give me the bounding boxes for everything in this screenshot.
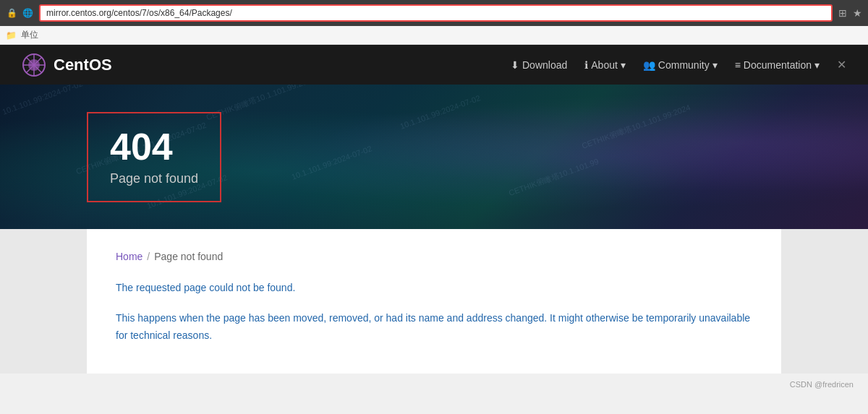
browser-chrome: 🔒 🌐 mirror.centos.org/centos/7/os/x86_64… xyxy=(0,0,868,26)
nav-download[interactable]: ⬇ Download xyxy=(511,59,567,71)
lock-icon: 🔒 xyxy=(6,7,17,19)
page-footer: CSDN @fredricen xyxy=(0,374,868,395)
bookmark-bar: 📁 单位 xyxy=(0,26,868,45)
docs-icon: ≡ xyxy=(735,59,741,71)
centos-navbar: CentOS ⬇ Download ℹ About ▾ 👥 Community … xyxy=(0,45,868,85)
about-chevron-icon: ▾ xyxy=(621,59,626,71)
watermark-3: 10.1.101.99:2024-07-02 xyxy=(399,92,482,133)
centos-logo[interactable]: CentOS xyxy=(22,53,112,77)
nav-community-label: Community xyxy=(658,59,710,71)
content-paragraph-1: The requested page could not be found. xyxy=(116,280,752,296)
nav-close-icon: ✕ xyxy=(837,58,846,72)
nav-documentation[interactable]: ≡ Documentation ▾ xyxy=(735,59,820,71)
breadcrumb-home-link[interactable]: Home xyxy=(116,251,142,262)
bookmark-folder-icon: 📁 xyxy=(6,30,17,40)
centos-nav-items: ⬇ Download ℹ About ▾ 👥 Community ▾ ≡ Doc… xyxy=(511,58,846,72)
watermark-7: CETHIK俯瞰塔10.1.101.99 xyxy=(507,155,601,199)
browser-action-icons: ⊞ ★ xyxy=(838,7,862,19)
watermark-4: CETHIK俯瞰塔10.1.101.99:2024 xyxy=(580,101,692,152)
docs-chevron-icon: ▾ xyxy=(814,59,820,71)
nav-about-label: About xyxy=(591,59,618,71)
watermark-2: CETHIK俯瞰塔10.1.101.99:2024-07-02 xyxy=(205,85,339,124)
browser-nav-icons: 🔒 🌐 xyxy=(6,7,33,19)
footer-attribution: CSDN @fredricen xyxy=(790,380,854,389)
content-section: CETHIK俯瞰塔10.1.101.99:2024-07-02 10.1.101… xyxy=(87,229,781,374)
error-code: 404 xyxy=(110,128,198,165)
breadcrumb: Home / Page not found xyxy=(116,251,752,262)
hero-section: 10.1.101.99:2024-07-02 CETHIK俯瞰塔10.1.101… xyxy=(0,85,868,229)
bookmark-label[interactable]: 单位 xyxy=(21,29,38,41)
nav-download-label: Download xyxy=(522,59,567,71)
grid-icon[interactable]: ⊞ xyxy=(838,7,847,19)
nav-community[interactable]: 👥 Community ▾ xyxy=(643,59,718,71)
error-label: Page not found xyxy=(110,171,198,186)
breadcrumb-current: Page not found xyxy=(154,251,223,262)
nav-about[interactable]: ℹ About ▾ xyxy=(584,59,626,71)
breadcrumb-separator: / xyxy=(147,251,150,262)
address-text: mirror.centos.org/centos/7/os/x86_64/Pac… xyxy=(46,8,825,18)
star-icon[interactable]: ★ xyxy=(853,7,862,19)
watermark-1: 10.1.101.99:2024-07-02 xyxy=(1,85,85,118)
content-paragraph-2: This happens when the page has been move… xyxy=(116,310,752,345)
centos-logo-icon xyxy=(22,53,46,77)
community-icon: 👥 xyxy=(643,59,655,71)
community-chevron-icon: ▾ xyxy=(712,59,718,71)
info-icon: ℹ xyxy=(584,59,588,71)
error-box: 404 Page not found xyxy=(87,112,221,202)
centos-logo-text: CentOS xyxy=(54,56,112,74)
favicon: 🌐 xyxy=(22,7,33,19)
watermark-6: 10.1.101.99:2024-07-02 xyxy=(290,142,374,184)
nav-close[interactable]: ✕ xyxy=(837,58,846,72)
content-text-2-main: This happens when the page has been move… xyxy=(116,312,750,341)
nav-docs-label: Documentation xyxy=(744,59,812,71)
address-bar[interactable]: mirror.centos.org/centos/7/os/x86_64/Pac… xyxy=(39,4,833,22)
download-icon: ⬇ xyxy=(511,59,519,71)
